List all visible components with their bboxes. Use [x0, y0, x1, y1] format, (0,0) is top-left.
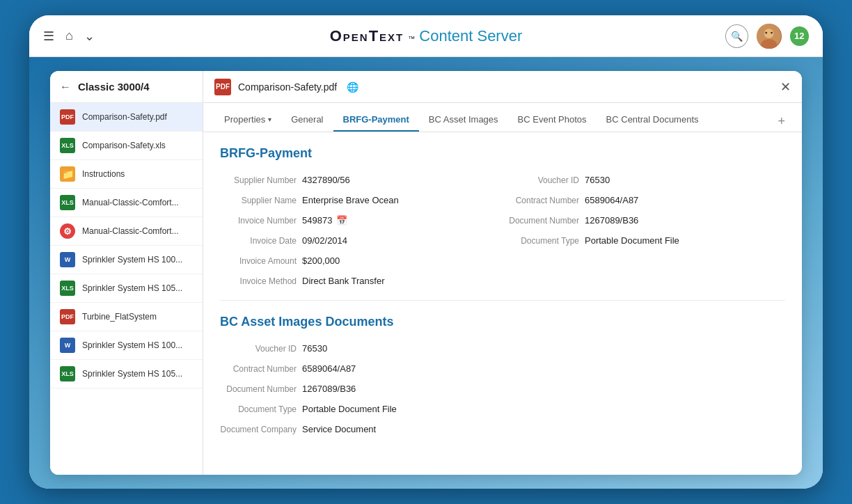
section-divider	[220, 300, 785, 301]
xls-icon: XLS	[60, 195, 75, 210]
xls-icon: XLS	[60, 138, 75, 153]
tablet-frame: ☰ ⌂ ⌄ OpenText™ Content Server 🔍 12	[29, 15, 823, 489]
sidebar-item-label: Sprinkler System HS 105...	[82, 369, 182, 379]
tab-bc-event-photos[interactable]: BC Event Photos	[508, 109, 597, 132]
field-label: Invoice Amount	[220, 256, 297, 266]
field-label: Voucher ID	[220, 344, 297, 354]
bc-asset-fields: Voucher ID76530Contract Number6589064/A8…	[220, 343, 503, 434]
field-label: Document Type	[220, 404, 297, 414]
search-button[interactable]: 🔍	[725, 24, 748, 48]
svg-point-4	[771, 31, 773, 33]
tab-dropdown-arrow: ▾	[268, 116, 271, 123]
field-label: Contract Number	[503, 196, 579, 205]
form-row: Document Number1267089/B36	[220, 384, 503, 394]
form-row: Invoice MethodDirect Bank Transfer	[220, 276, 503, 286]
tab-bc-central-documents[interactable]: BC Central Documents	[597, 109, 709, 132]
form-row: Invoice Amount$200,000	[220, 255, 503, 266]
brfg-section-title: BRFG-Payment	[220, 146, 785, 161]
form-row: Voucher ID76530	[503, 175, 785, 185]
brand-tm: ™	[408, 35, 415, 42]
field-value: 6589064/A87	[302, 363, 356, 374]
sidebar-items-list: PDFComparison-Safety.pdfXLSComparison-Sa…	[50, 103, 203, 388]
avatar[interactable]	[757, 24, 781, 49]
field-label: Document Company	[220, 425, 297, 434]
file-header: PDF Comparison-Safety.pdf 🌐 ✕	[203, 71, 802, 103]
tab-general[interactable]: General	[281, 109, 333, 132]
form-row: Voucher ID76530	[220, 343, 503, 354]
pdf-icon: PDF	[60, 109, 75, 125]
field-value: 1267089/B36	[585, 215, 638, 226]
field-label: Supplier Number	[220, 175, 297, 185]
notification-badge[interactable]: 12	[790, 26, 809, 46]
sidebar-item-sprinkler-hs-100-2[interactable]: WSprinkler System HS 100...	[50, 331, 203, 360]
field-value: $200,000	[302, 255, 340, 266]
field-label: Document Number	[503, 216, 579, 226]
bc-asset-section-title: BC Asset Images Documents	[220, 315, 785, 329]
tab-brfg-payment[interactable]: BRFG-Payment	[333, 109, 419, 132]
sidebar: ← Classic 3000/4 PDFComparison-Safety.pd…	[50, 71, 203, 475]
field-label: Contract Number	[220, 364, 297, 374]
sidebar-item-comparison-safety-pdf[interactable]: PDFComparison-Safety.pdf	[50, 103, 203, 132]
field-value: 1267089/B36	[302, 384, 356, 394]
svg-point-3	[766, 31, 768, 33]
settings-icon: ⚙	[60, 223, 75, 239]
field-label: Voucher ID	[503, 175, 579, 185]
tab-bc-asset-images[interactable]: BC Asset Images	[419, 109, 508, 132]
add-tab-button[interactable]: +	[772, 111, 791, 132]
close-button[interactable]: ✕	[780, 79, 791, 95]
field-value: 4327890/56	[302, 175, 350, 185]
back-button[interactable]: ←	[60, 81, 71, 93]
sidebar-title: Classic 3000/4	[78, 81, 150, 93]
pdf-icon: PDF	[60, 309, 75, 324]
sidebar-item-label: Sprinkler System HS 105...	[82, 283, 182, 293]
calendar-icon[interactable]: 📅	[336, 215, 347, 226]
navbar: ☰ ⌂ ⌄ OpenText™ Content Server 🔍 12	[29, 15, 823, 57]
hamburger-icon[interactable]: ☰	[43, 29, 54, 44]
sidebar-header: ← Classic 3000/4	[50, 71, 203, 103]
content-area: ← Classic 3000/4 PDFComparison-Safety.pd…	[29, 57, 823, 489]
sidebar-item-label: Comparison-Safety.pdf	[82, 112, 167, 122]
field-value: Portable Document File	[585, 235, 679, 246]
brand-subtitle: Content Server	[419, 27, 522, 45]
form-row: Contract Number6589064/A87	[503, 195, 785, 205]
brfg-fields-right: Voucher ID76530Contract Number6589064/A8…	[503, 175, 785, 286]
brand-logo: OpenText™ Content Server	[330, 27, 523, 45]
tab-properties[interactable]: Properties ▾	[214, 109, 281, 132]
docx-icon: W	[60, 338, 75, 353]
sidebar-item-label: Manual-Classic-Comfort...	[82, 198, 179, 207]
sidebar-item-manual-classic-comfort-1[interactable]: XLSManual-Classic-Comfort...	[50, 189, 203, 217]
right-panel: PDF Comparison-Safety.pdf 🌐 ✕ Properties…	[203, 71, 802, 475]
home-icon[interactable]: ⌂	[65, 29, 73, 43]
main-panel: ← Classic 3000/4 PDFComparison-Safety.pd…	[50, 71, 802, 475]
form-row: Contract Number6589064/A87	[220, 363, 503, 374]
field-value: 76530	[585, 175, 610, 185]
sidebar-item-manual-classic-comfort-2[interactable]: ⚙Manual-Classic-Comfort...	[50, 217, 203, 246]
file-header-name: Comparison-Safety.pdf	[238, 81, 337, 93]
field-value: 6589064/A87	[585, 195, 638, 205]
xls-icon: XLS	[60, 281, 75, 296]
tabs-container: Properties ▾GeneralBRFG-PaymentBC Asset …	[214, 109, 769, 132]
sidebar-item-label: Comparison-Safety.xls	[82, 141, 166, 150]
form-row: Document TypePortable Document File	[220, 404, 503, 414]
brand-opentext: OpenText	[330, 27, 404, 45]
docx-icon: W	[60, 252, 75, 267]
field-label: Document Number	[220, 384, 297, 394]
brfg-fields-left: Supplier Number4327890/56Supplier NameEn…	[220, 175, 503, 286]
brfg-form-grid: Supplier Number4327890/56Supplier NameEn…	[220, 175, 785, 286]
dropdown-icon[interactable]: ⌄	[84, 29, 95, 44]
sidebar-item-instructions[interactable]: 📁Instructions	[50, 160, 203, 189]
sidebar-item-turbine-flat[interactable]: PDFTurbine_FlatSystem	[50, 303, 203, 331]
form-row: Invoice Number549873📅	[220, 215, 503, 226]
field-value: Enterprise Brave Ocean	[302, 195, 399, 205]
sidebar-item-sprinkler-hs-100-1[interactable]: WSprinkler System HS 100...	[50, 246, 203, 274]
field-value: 76530	[302, 343, 327, 354]
sidebar-item-label: Instructions	[82, 169, 125, 179]
field-value: Direct Bank Transfer	[302, 276, 385, 286]
sidebar-item-label: Turbine_FlatSystem	[82, 312, 157, 322]
sidebar-item-sprinkler-hs-105-1[interactable]: XLSSprinkler System HS 105...	[50, 274, 203, 303]
sidebar-item-comparison-safety-xls[interactable]: XLSComparison-Safety.xls	[50, 132, 203, 160]
field-label: Invoice Number	[220, 216, 297, 226]
sidebar-item-sprinkler-hs-105-2[interactable]: XLSSprinkler System HS 105...	[50, 360, 203, 388]
xls-icon: XLS	[60, 366, 75, 381]
form-row: Invoice Date09/02/2014	[220, 235, 503, 246]
